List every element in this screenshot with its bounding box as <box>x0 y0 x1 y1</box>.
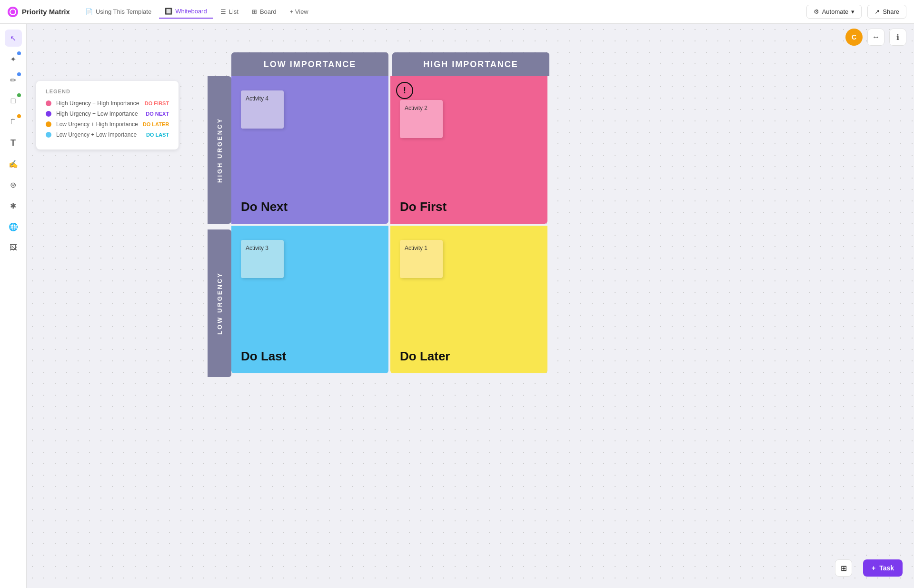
shape-icon: □ <box>11 97 16 105</box>
quadrant-label-do-first: Do First <box>400 199 447 214</box>
shape-dot <box>17 93 21 97</box>
sidebar-tools: ↖ ✦ ✏ □ 🗒 T ✍ ⊛ ✱ 🌐 <box>0 24 27 588</box>
tool-image[interactable]: 🖼 <box>5 239 22 256</box>
tab-add-view[interactable]: + View <box>284 5 314 18</box>
tool-magic[interactable]: ✱ <box>5 197 22 214</box>
fit-view-icon: ↔ <box>872 33 880 41</box>
ai-icon: ✦ <box>10 55 16 64</box>
tool-text[interactable]: T <box>5 134 22 151</box>
row-labels: HIGH URGENCY LOW URGENCY <box>208 76 231 377</box>
legend-label-do-next: High Urgency + Low Importance <box>56 110 141 117</box>
sticky-activity4[interactable]: Activity 4 <box>241 90 284 129</box>
legend-action-do-later: DO LATER <box>143 121 169 127</box>
quadrant-row-bottom: Activity 3 Do Last Activity 1 <box>231 226 547 373</box>
select-icon: ↖ <box>10 34 16 43</box>
legend-action-do-next: DO NEXT <box>146 111 169 117</box>
tool-note[interactable]: 🗒 <box>5 113 22 130</box>
tab-board[interactable]: ⊞ Board <box>246 5 282 18</box>
info-icon: ℹ <box>896 33 899 42</box>
quadrant-do-later[interactable]: Activity 1 Do Later <box>390 226 547 373</box>
share-icon: ↗ <box>874 8 880 15</box>
quadrant-row-top: Activity 4 Do Next ! Activity 2 <box>231 76 547 224</box>
board-icon: ⊞ <box>252 8 257 15</box>
note-icon: 🗒 <box>10 118 17 126</box>
tool-select[interactable]: ↖ <box>5 30 22 47</box>
tool-globe[interactable]: 🌐 <box>5 218 22 235</box>
tool-ai[interactable]: ✦ <box>5 50 22 68</box>
top-right-icons: C ↔ ℹ <box>845 29 906 46</box>
legend-action-do-last: DO LAST <box>146 132 169 138</box>
quadrant-do-last[interactable]: Activity 3 Do Last <box>231 226 388 373</box>
quadrant-label-do-later: Do Later <box>400 349 450 364</box>
legend-label-do-last: Low Urgency + Low Importance <box>56 131 141 138</box>
info-button[interactable]: ℹ <box>889 29 906 46</box>
pen-dot <box>17 72 21 76</box>
quadrant-do-next[interactable]: Activity 4 Do Next <box>231 76 388 224</box>
tool-shape[interactable]: □ <box>5 92 22 110</box>
legend-action-do-first: DO FIRST <box>145 100 169 106</box>
ai-dot <box>17 51 21 55</box>
quadrant-label-do-last: Do Last <box>241 349 286 364</box>
row-label-low-urgency: LOW URGENCY <box>208 229 231 377</box>
tool-connect[interactable]: ⊛ <box>5 176 22 193</box>
sticky-activity2[interactable]: Activity 2 <box>400 100 443 138</box>
globe-icon: 🌐 <box>9 222 18 231</box>
grid-view-button[interactable]: ⊞ <box>835 559 852 577</box>
list-icon: ☰ <box>220 8 226 15</box>
quadrants: Activity 4 Do Next ! Activity 2 <box>231 76 547 377</box>
main-layout: ↖ ✦ ✏ □ 🗒 T ✍ ⊛ ✱ 🌐 <box>0 24 914 588</box>
grid-icon: ⊞ <box>841 564 847 573</box>
nav-tabs: 📄 Using This Template 🔲 Whiteboard ☰ Lis… <box>79 5 314 19</box>
marker-icon: ✍ <box>9 159 18 169</box>
sticky-activity3[interactable]: Activity 3 <box>241 240 284 278</box>
legend-title: LEGEND <box>46 89 169 94</box>
legend-item-do-next: High Urgency + Low Importance DO NEXT <box>46 110 169 117</box>
matrix-column-headers: LOW IMPORTANCE HIGH IMPORTANCE <box>231 52 549 76</box>
matrix-grid: HIGH URGENCY LOW URGENCY Activity 4 <box>208 76 549 377</box>
alert-icon: ! <box>396 82 413 99</box>
sticky-activity1[interactable]: Activity 1 <box>400 240 443 278</box>
legend-item-do-last: Low Urgency + Low Importance DO LAST <box>46 131 169 138</box>
magic-icon: ✱ <box>10 201 16 210</box>
tab-list[interactable]: ☰ List <box>215 5 244 18</box>
priority-matrix: LOW IMPORTANCE HIGH IMPORTANCE HIGH URGE… <box>208 52 549 377</box>
legend-item-do-first: High Urgency + High Importance DO FIRST <box>46 100 169 107</box>
note-dot <box>17 114 21 118</box>
tool-marker[interactable]: ✍ <box>5 155 22 172</box>
quadrant-label-do-next: Do Next <box>241 199 288 214</box>
tool-pen[interactable]: ✏ <box>5 71 22 89</box>
header-left: Priority Matrix 📄 Using This Template 🔲 … <box>8 5 314 19</box>
col-header-high-importance: HIGH IMPORTANCE <box>392 52 549 76</box>
app-title: Priority Matrix <box>22 8 70 16</box>
header: Priority Matrix 📄 Using This Template 🔲 … <box>0 0 914 24</box>
share-button[interactable]: ↗ Share <box>867 5 906 19</box>
legend-item-do-later: Low Urgency + High Importance DO LATER <box>46 121 169 128</box>
chevron-down-icon: ▾ <box>851 8 854 15</box>
add-task-label: Task <box>879 564 894 572</box>
app-icon <box>8 7 18 17</box>
legend-dot-do-first <box>46 100 51 106</box>
pen-icon: ✏ <box>10 76 16 85</box>
tab-whiteboard[interactable]: 🔲 Whiteboard <box>159 5 212 19</box>
header-right: ⚙ Automate ▾ ↗ Share <box>806 5 906 19</box>
legend-dot-do-last <box>46 132 51 138</box>
image-icon: 🖼 <box>10 243 17 252</box>
quadrant-do-first[interactable]: ! Activity 2 Do First <box>390 76 547 224</box>
plus-icon: + <box>872 564 875 572</box>
connect-icon: ⊛ <box>10 180 16 189</box>
legend-label-do-later: Low Urgency + High Importance <box>56 121 138 128</box>
doc-icon: 📄 <box>85 8 93 15</box>
legend-label-do-first: High Urgency + High Importance <box>56 100 140 107</box>
legend-box: LEGEND High Urgency + High Importance DO… <box>36 81 179 149</box>
automate-button[interactable]: ⚙ Automate ▾ <box>806 5 862 19</box>
user-avatar[interactable]: C <box>845 29 863 46</box>
col-header-low-importance: LOW IMPORTANCE <box>231 52 388 76</box>
whiteboard-icon: 🔲 <box>165 8 172 15</box>
automate-icon: ⚙ <box>814 8 819 15</box>
row-label-high-urgency: HIGH URGENCY <box>208 76 231 224</box>
canvas[interactable]: C ↔ ℹ LEGEND High Urgency + High Importa… <box>27 24 914 588</box>
add-task-button[interactable]: + Task <box>863 559 903 577</box>
text-icon: T <box>10 138 16 148</box>
fit-view-button[interactable]: ↔ <box>867 29 884 46</box>
tab-using-template[interactable]: 📄 Using This Template <box>79 5 157 18</box>
